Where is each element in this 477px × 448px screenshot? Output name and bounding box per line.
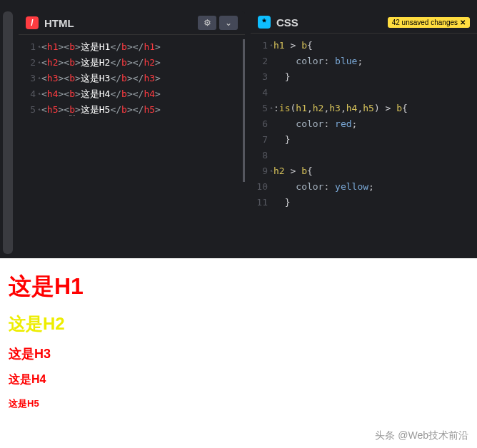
css-panel: * CSS 42 unsaved changes ✕ 1234567891011… xyxy=(251,11,477,254)
line-number: 9 xyxy=(251,163,268,179)
code-line[interactable]: color: yellow; xyxy=(273,179,477,195)
code-line[interactable]: <h4><b>这是H4</b></h4> xyxy=(41,86,245,102)
unsaved-changes-badge[interactable]: 42 unsaved changes ✕ xyxy=(388,17,470,28)
code-line[interactable]: } xyxy=(273,195,477,210)
line-number: 2 xyxy=(251,54,268,69)
css-code-editor[interactable]: 1234567891011 h1 > b{ color: blue; } :is… xyxy=(251,34,477,254)
line-number: 10 xyxy=(251,179,268,195)
watermark-text: 头条 @Web技术前沿 xyxy=(375,429,468,442)
html-code-editor[interactable]: 12345 <h1><b>这是H1</b></h1><h2><b>这是H2</b… xyxy=(19,35,245,254)
settings-button[interactable]: ⚙ xyxy=(198,16,216,30)
left-scrollbar[interactable] xyxy=(3,11,13,254)
code-line[interactable]: <h1><b>这是H1</b></h1> xyxy=(41,39,245,55)
gear-icon: ⚙ xyxy=(204,18,211,28)
html-panel-icon: / xyxy=(26,16,39,29)
close-icon: ✕ xyxy=(460,19,466,26)
code-line[interactable]: <h2><b>这是H2</b></h2> xyxy=(41,55,245,71)
line-number: 8 xyxy=(251,148,268,163)
preview-h3: 这是H3 xyxy=(9,345,468,362)
chevron-down-icon: ⌄ xyxy=(225,18,232,28)
preview-h2: 这是H2 xyxy=(9,312,468,335)
code-line[interactable]: <h5><b>这是H5</b></h5> xyxy=(41,102,245,118)
code-line[interactable]: <h3><b>这是H3</b></h3> xyxy=(41,71,245,86)
code-line[interactable] xyxy=(273,85,477,101)
code-line[interactable]: h2 > b{ xyxy=(273,163,477,179)
line-number: 5 xyxy=(19,102,36,118)
expand-button[interactable]: ⌄ xyxy=(219,16,238,30)
code-line[interactable] xyxy=(273,148,477,163)
html-panel-header: / HTML ⚙ ⌄ xyxy=(19,11,245,35)
html-scrollbar-thumb[interactable] xyxy=(243,39,245,182)
code-line[interactable]: :is(h1,h2,h3,h4,h5) > b{ xyxy=(273,101,477,116)
css-panel-header: * CSS 42 unsaved changes ✕ xyxy=(251,11,477,34)
line-number: 2 xyxy=(19,55,36,71)
preview-h4: 这是H4 xyxy=(9,372,468,387)
editor-area: / HTML ⚙ ⌄ 12345 <h1><b>这是H1</b></h1><h2… xyxy=(0,0,477,258)
unsaved-changes-label: 42 unsaved changes xyxy=(392,19,458,26)
code-line[interactable]: color: red; xyxy=(273,116,477,132)
preview-h5: 这是H5 xyxy=(9,397,468,410)
line-number: 3 xyxy=(19,71,36,86)
line-number: 4 xyxy=(19,86,36,102)
code-line[interactable]: } xyxy=(273,69,477,85)
css-panel-title: CSS xyxy=(276,16,382,29)
preview-h1: 这是H1 xyxy=(9,271,468,302)
css-panel-icon: * xyxy=(258,16,271,29)
line-number: 1 xyxy=(19,39,36,55)
html-panel: / HTML ⚙ ⌄ 12345 <h1><b>这是H1</b></h1><h2… xyxy=(19,11,245,254)
line-number: 3 xyxy=(251,69,268,85)
code-line[interactable]: color: blue; xyxy=(273,54,477,69)
line-number: 11 xyxy=(251,195,268,210)
html-panel-title: HTML xyxy=(44,17,192,29)
preview-area: 这是H1 这是H2 这是H3 这是H4 这是H5 xyxy=(0,258,477,448)
code-line[interactable]: } xyxy=(273,132,477,148)
line-number: 7 xyxy=(251,132,268,148)
line-number: 5 xyxy=(251,101,268,116)
line-number: 4 xyxy=(251,85,268,101)
line-number: 1 xyxy=(251,38,268,54)
code-line[interactable]: h1 > b{ xyxy=(273,38,477,54)
line-number: 6 xyxy=(251,116,268,132)
